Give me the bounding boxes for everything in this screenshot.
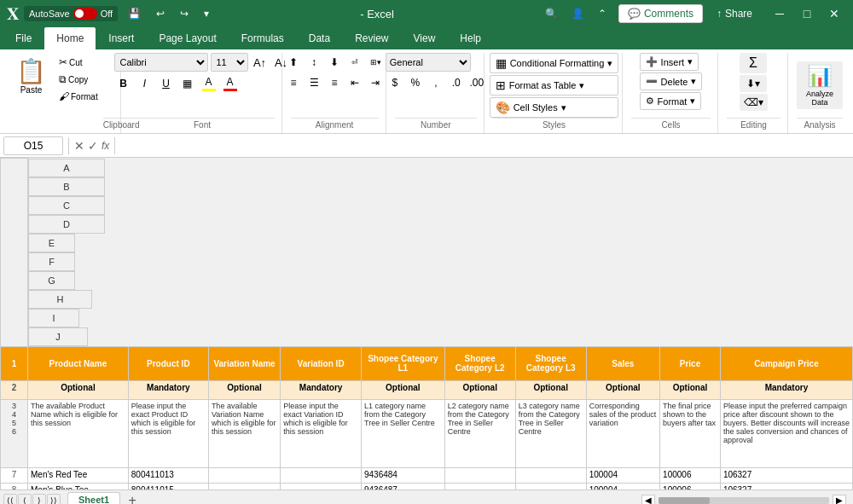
tab-help[interactable]: Help <box>448 27 493 49</box>
undo-button[interactable]: ↩ <box>151 6 170 21</box>
align-middle-button[interactable]: ↕ <box>305 53 323 72</box>
cell-I1[interactable]: Price <box>660 346 721 380</box>
tab-file[interactable]: File <box>3 27 44 49</box>
cell-A8[interactable]: Men's Blue Tee <box>28 483 129 490</box>
maximize-button[interactable]: □ <box>795 2 819 26</box>
cell-D1[interactable]: Variation ID <box>281 346 362 380</box>
cell-G2[interactable]: Optional <box>515 380 586 399</box>
cell-I3[interactable]: The final price shown to the buyers afte… <box>660 399 721 467</box>
merge-button[interactable]: ⊞▾ <box>366 53 385 72</box>
cell-E3[interactable]: L1 category name from the Category Tree … <box>361 399 444 467</box>
cell-E8[interactable]: 9436487 <box>361 483 444 490</box>
cell-B2[interactable]: Mandatory <box>128 380 208 399</box>
close-button[interactable]: ✕ <box>822 2 846 26</box>
cell-A7[interactable]: Men's Red Tee <box>28 467 129 483</box>
cell-I8[interactable]: 100006 <box>660 483 721 490</box>
sheet-tab-sheet1[interactable]: Sheet1 <box>67 492 120 504</box>
align-right-button[interactable]: ≡ <box>325 73 344 92</box>
cell-F3[interactable]: L2 category name from the Category Tree … <box>444 399 515 467</box>
cell-C3[interactable]: The available Variation Name which is el… <box>208 399 280 467</box>
cell-J3[interactable]: Please input the preferred campaign pric… <box>720 399 852 467</box>
scroll-track[interactable] <box>659 497 829 504</box>
border-button[interactable]: ▦ <box>178 74 197 93</box>
percent-button[interactable]: % <box>406 73 425 92</box>
clear-button[interactable]: ⌫▾ <box>740 94 768 111</box>
italic-button[interactable]: I <box>136 74 154 93</box>
font-color-button[interactable]: A <box>221 74 240 93</box>
customize-button[interactable]: ▾ <box>199 6 214 21</box>
cell-G7[interactable] <box>515 467 586 483</box>
tab-page-layout[interactable]: Page Layout <box>147 27 228 49</box>
cell-D7[interactable] <box>281 467 362 483</box>
save-button[interactable]: 💾 <box>123 6 146 21</box>
cell-G8[interactable] <box>515 483 586 490</box>
sheet-nav-last[interactable]: ⟩⟩ <box>47 494 61 505</box>
sheet-nav-prev[interactable]: ⟨ <box>18 494 32 505</box>
tab-home[interactable]: Home <box>44 27 96 49</box>
number-format-select[interactable]: General <box>386 53 471 72</box>
sheet-nav-first[interactable]: ⟨⟨ <box>3 494 17 505</box>
indent-increase-button[interactable]: ⇥ <box>366 73 385 92</box>
cut-button[interactable]: ✂Cut <box>55 55 102 70</box>
scroll-thumb[interactable] <box>659 497 710 504</box>
decimal-increase-button[interactable]: .0 <box>447 73 466 92</box>
paste-button[interactable]: 📋 Paste <box>9 53 54 99</box>
cell-I2[interactable]: Optional <box>660 380 721 399</box>
cell-F8[interactable] <box>444 483 515 490</box>
cell-B1[interactable]: Product ID <box>128 346 208 380</box>
cell-J7[interactable]: 106327 <box>720 467 852 483</box>
cell-E1[interactable]: Shopee Category L1 <box>361 346 444 380</box>
insert-function-icon[interactable]: fx <box>102 140 109 152</box>
bold-button[interactable]: B <box>114 74 133 93</box>
align-bottom-button[interactable]: ⬇ <box>325 53 344 72</box>
analyze-data-button[interactable]: 📊 Analyze Data <box>797 61 843 109</box>
sheet-nav-next[interactable]: ⟩ <box>32 494 46 505</box>
font-size-select[interactable]: 11 <box>211 53 248 72</box>
comments-button[interactable]: 💬 Comments <box>618 4 703 23</box>
cell-D3[interactable]: Please input the exact Variation ID whic… <box>281 399 362 467</box>
cell-reference-input[interactable] <box>3 136 63 155</box>
decimal-decrease-button[interactable]: .00 <box>467 73 486 92</box>
redo-button[interactable]: ↪ <box>175 6 194 21</box>
tab-insert[interactable]: Insert <box>96 27 146 49</box>
format-painter-button[interactable]: 🖌Format <box>55 89 102 104</box>
cell-C2[interactable]: Optional <box>208 380 280 399</box>
cell-F2[interactable]: Optional <box>444 380 515 399</box>
cell-C1[interactable]: Variation Name <box>208 346 280 380</box>
cell-C7[interactable] <box>208 467 280 483</box>
cell-H7[interactable]: 100004 <box>586 467 659 483</box>
cell-E7[interactable]: 9436484 <box>361 467 444 483</box>
cell-B8[interactable]: 800411015 <box>128 483 208 490</box>
underline-button[interactable]: U <box>157 74 176 93</box>
fill-color-button[interactable]: A <box>200 74 218 93</box>
cell-B3[interactable]: Please input the exact Product ID which … <box>128 399 208 467</box>
cell-J1[interactable]: Campaign Price <box>720 346 852 380</box>
cell-G3[interactable]: L3 category name from the Category Tree … <box>515 399 586 467</box>
align-top-button[interactable]: ⬆ <box>284 53 303 72</box>
account-button[interactable]: 👤 <box>566 6 589 21</box>
cell-J2[interactable]: Mandatory <box>720 380 852 399</box>
share-button[interactable]: ↑ Share <box>708 5 761 22</box>
align-left-button[interactable]: ≡ <box>284 73 303 92</box>
format-as-table-button[interactable]: ⊞ Format as Table ▾ <box>490 75 619 96</box>
cell-H2[interactable]: Optional <box>586 380 659 399</box>
increase-font-button[interactable]: A↑ <box>251 53 270 72</box>
autosave-control[interactable]: AutoSave Off <box>24 6 118 21</box>
accounting-format-button[interactable]: $ <box>386 73 404 92</box>
fill-button[interactable]: ⬇▾ <box>740 75 767 92</box>
ribbon-collapse-button[interactable]: ⌃ <box>593 6 612 21</box>
cell-I7[interactable]: 100006 <box>660 467 721 483</box>
formula-input[interactable] <box>120 140 850 152</box>
cell-D2[interactable]: Mandatory <box>281 380 362 399</box>
tab-data[interactable]: Data <box>297 27 342 49</box>
cell-J8[interactable]: 106327 <box>720 483 852 490</box>
minimize-button[interactable]: ─ <box>768 2 792 26</box>
cell-B7[interactable]: 800411013 <box>128 467 208 483</box>
search-button[interactable]: 🔍 <box>540 6 563 21</box>
add-sheet-button[interactable]: + <box>124 492 141 505</box>
scroll-right-button[interactable]: ▶ <box>833 495 846 505</box>
comma-button[interactable]: , <box>426 73 445 92</box>
delete-button[interactable]: ➖ Delete ▾ <box>640 72 703 90</box>
cell-H3[interactable]: Corresponding sales of the product varia… <box>586 399 659 467</box>
align-center-button[interactable]: ☰ <box>305 73 323 92</box>
